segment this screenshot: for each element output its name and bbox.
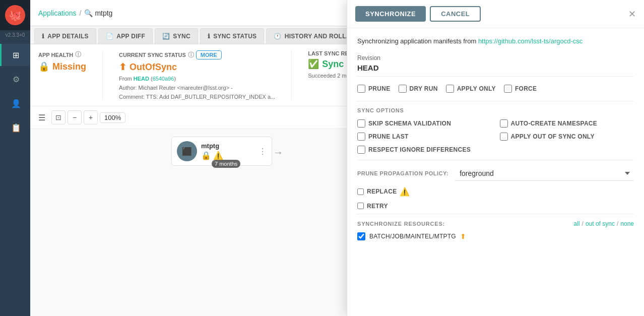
- modal-body: Synchronizing application manifests from…: [347, 28, 644, 316]
- info-icon-sync: ⓘ: [188, 51, 194, 59]
- retry-row: RETRY: [357, 203, 634, 210]
- respect-ignore-checkbox[interactable]: RESPECT IGNORE DIFFERENCES: [357, 146, 634, 154]
- resource-row-mtptg: BATCH/JOB/MAINTEL/MTPTG ⬆: [357, 232, 634, 240]
- respect-ignore-input[interactable]: [357, 146, 365, 154]
- auto-create-ns-label: AUTO-CREATE NAMESPACE: [511, 120, 598, 127]
- warning-badge-icon: ⚠️: [213, 151, 223, 160]
- revision-section: Revision HEAD: [357, 54, 634, 77]
- filter-button[interactable]: ☰: [34, 111, 49, 124]
- apply-out-of-sync-input[interactable]: [500, 133, 508, 141]
- sync-status-icon: ℹ: [208, 33, 210, 40]
- sync-icon: 🔄: [162, 33, 170, 40]
- sync-options-title: SYNC OPTIONS: [357, 101, 634, 113]
- sidebar-nav: ⊞ ⚙ 👤 📋: [0, 44, 30, 139]
- replace-input[interactable]: [357, 188, 364, 195]
- resource-link-out-of-sync[interactable]: out of sync: [586, 220, 615, 227]
- resource-link-all[interactable]: all: [574, 220, 580, 227]
- replace-label: REPLACE: [367, 188, 397, 195]
- branch-name: HEAD: [134, 76, 149, 82]
- tab-app-details[interactable]: ℹ APP DETAILS: [34, 28, 96, 44]
- dry-run-label: DRY RUN: [410, 85, 438, 92]
- apply-only-checkbox[interactable]: APPLY ONLY: [446, 85, 496, 93]
- resource-link-none[interactable]: none: [620, 220, 634, 227]
- more-button[interactable]: MORE: [196, 50, 222, 59]
- divider-2: [291, 50, 292, 100]
- resource-checkbox-mtptg[interactable]: [357, 232, 365, 240]
- prune-checkbox[interactable]: PRUNE: [357, 85, 391, 93]
- tab-sync-label: SYNC: [173, 33, 190, 40]
- cancel-button[interactable]: CANCEL: [430, 6, 481, 22]
- repo-link[interactable]: https://github.com/lsst-ts/argocd-csc: [478, 37, 583, 45]
- synchronize-button[interactable]: SYNCHRONIZE: [355, 6, 426, 22]
- skip-schema-checkbox[interactable]: SKIP SCHEMA VALIDATION: [357, 119, 492, 128]
- sync-modal: SYNCHRONIZE CANCEL ✕ Synchronizing appli…: [347, 0, 644, 316]
- apply-only-label: APPLY ONLY: [457, 85, 496, 92]
- warning-icon: ⚠️: [400, 187, 410, 197]
- prune-last-input[interactable]: [357, 133, 365, 141]
- node-name: mtptg: [201, 142, 254, 150]
- force-label: FORCE: [515, 85, 537, 92]
- prune-input[interactable]: [357, 85, 365, 93]
- breadcrumb-applications[interactable]: Applications: [38, 9, 77, 17]
- comment-label: Comment:: [119, 94, 145, 100]
- zoom-out-button[interactable]: −: [68, 110, 82, 124]
- top-checkboxes: PRUNE DRY RUN APPLY ONLY FORCE: [357, 85, 634, 93]
- apply-out-of-sync-checkbox[interactable]: APPLY OUT OF SYNC ONLY: [500, 133, 634, 141]
- current-app-name: mtptg: [95, 9, 112, 17]
- sync-status-text: OutOfSync: [130, 62, 177, 73]
- layers-icon: ⬛: [182, 147, 192, 156]
- resources-header: SYNCHRONIZE RESOURCES: all / out of sync…: [357, 220, 634, 227]
- close-button[interactable]: ✕: [628, 9, 636, 20]
- retry-label: RETRY: [367, 203, 388, 210]
- app-health-section: APP HEALTH ⓘ 🔒 Missing: [38, 50, 86, 100]
- sync-status-section: CURRENT SYNC STATUS ⓘ MORE ⬆ OutOfSync F…: [119, 50, 275, 100]
- docs-icon: 📋: [11, 123, 21, 133]
- auto-create-ns-checkbox[interactable]: AUTO-CREATE NAMESPACE: [500, 119, 634, 128]
- retry-input[interactable]: [357, 203, 364, 209]
- app-health-label: APP HEALTH ⓘ: [38, 50, 86, 59]
- sidebar-item-apps[interactable]: ⊞: [0, 44, 30, 66]
- history-icon: 🕐: [274, 33, 281, 40]
- sidebar-item-settings[interactable]: ⚙: [0, 68, 30, 90]
- app-diff-icon: 📄: [106, 33, 113, 40]
- force-input[interactable]: [504, 85, 512, 93]
- node-connection-arrow: →: [273, 147, 283, 158]
- sync-desc-text: Synchronizing application manifests from: [357, 37, 478, 45]
- tab-history-label: HISTORY AND ROLL...: [285, 33, 352, 40]
- commit-hash: 6540a96: [153, 76, 174, 82]
- tab-sync[interactable]: 🔄 SYNC: [155, 28, 198, 44]
- prune-last-label: PRUNE LAST: [368, 133, 409, 140]
- divider-1: [102, 50, 103, 100]
- dry-run-checkbox[interactable]: DRY RUN: [399, 85, 438, 93]
- fit-screen-button[interactable]: ⊡: [51, 110, 66, 124]
- prune-last-checkbox[interactable]: PRUNE LAST: [357, 133, 492, 141]
- resources-links: all / out of sync / none: [574, 220, 634, 227]
- force-checkbox[interactable]: FORCE: [504, 85, 537, 93]
- prune-policy-select[interactable]: foreground background orphan: [455, 166, 634, 181]
- app-health-label-text: APP HEALTH: [38, 52, 73, 58]
- auto-create-ns-input[interactable]: [500, 119, 508, 128]
- sidebar-item-user[interactable]: 👤: [0, 92, 30, 114]
- breadcrumb: Applications / 🔍 mtptg: [38, 9, 112, 17]
- sidebar: 🐙 v2.3.3+0 ⊞ ⚙ 👤 📋: [0, 0, 30, 316]
- tab-app-diff[interactable]: 📄 APP DIFF: [98, 28, 153, 44]
- sidebar-item-docs[interactable]: 📋: [0, 116, 30, 139]
- search-icon: 🔍: [84, 9, 93, 17]
- app-health-value: 🔒 Missing: [38, 61, 86, 72]
- dry-run-input[interactable]: [399, 85, 407, 93]
- tab-history[interactable]: 🕐 HISTORY AND ROLL...: [266, 28, 359, 44]
- comment-value: TTS: Add DAF_BUTLER_REPOSITORY_INDEX a..…: [146, 94, 275, 100]
- logo[interactable]: 🐙: [0, 0, 30, 30]
- zoom-in-button[interactable]: +: [84, 110, 98, 124]
- node-menu-button[interactable]: ⋮: [259, 147, 267, 156]
- breadcrumb-separator: /: [80, 9, 82, 17]
- skip-schema-input[interactable]: [357, 119, 365, 128]
- apply-only-input[interactable]: [446, 85, 454, 93]
- sync-status-value: ⬆ OutOfSync: [119, 61, 275, 73]
- tab-sync-status[interactable]: ℹ SYNC STATUS: [200, 28, 265, 44]
- prune-label: PRUNE: [368, 85, 391, 92]
- prune-policy-row: PRUNE PROPAGATION POLICY: foreground bac…: [357, 160, 634, 181]
- resource-status-icon: ⬆: [460, 232, 466, 240]
- revision-label: Revision: [357, 54, 634, 61]
- version-label: v2.3.3+0: [6, 30, 25, 40]
